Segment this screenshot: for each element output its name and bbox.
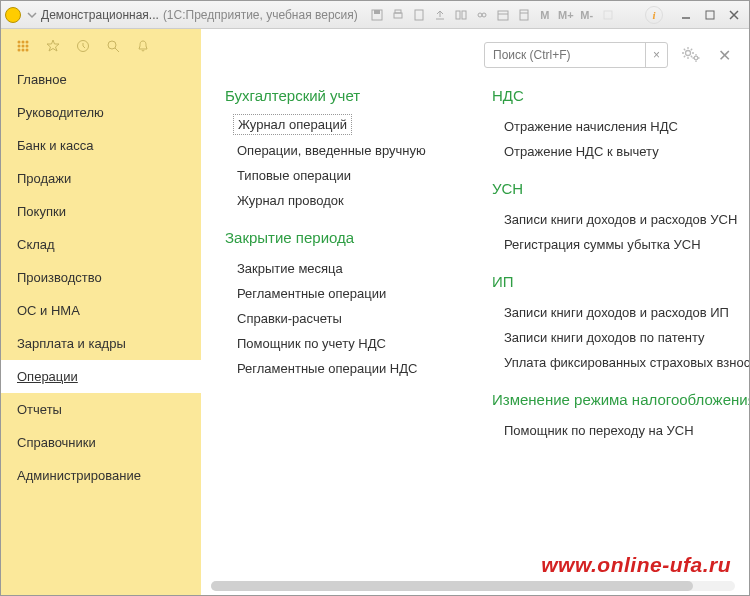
minimize-button[interactable] bbox=[675, 6, 697, 24]
nav-item-label: Зарплата и кадры bbox=[17, 336, 126, 351]
nav-item[interactable]: Склад bbox=[1, 228, 201, 261]
search-icon[interactable] bbox=[105, 38, 121, 54]
bell-icon[interactable] bbox=[135, 38, 151, 54]
svg-rect-5 bbox=[456, 11, 460, 19]
nav-item[interactable]: Банк и касса bbox=[1, 129, 201, 162]
column-right: НДСОтражение начисления НДСОтражение НДС… bbox=[492, 87, 729, 443]
memory-m-button[interactable]: M bbox=[536, 6, 554, 24]
menu-link[interactable]: Уплата фиксированных страховых взносов bbox=[492, 350, 729, 375]
sidebar: ГлавноеРуководителюБанк и кассаПродажиПо… bbox=[1, 29, 201, 595]
link-icon[interactable] bbox=[473, 6, 491, 24]
compare-icon[interactable] bbox=[452, 6, 470, 24]
svg-rect-15 bbox=[706, 11, 714, 19]
svg-point-19 bbox=[18, 45, 21, 48]
svg-rect-3 bbox=[395, 10, 401, 13]
menu-link[interactable]: Отражение НДС к вычету bbox=[492, 139, 729, 164]
section-title[interactable]: УСН bbox=[492, 180, 729, 197]
svg-point-18 bbox=[26, 41, 29, 44]
nav-item-label: Склад bbox=[17, 237, 55, 252]
menu-link[interactable]: Операции, введенные вручную bbox=[225, 138, 462, 163]
svg-rect-13 bbox=[604, 11, 612, 19]
nav-item[interactable]: Покупки bbox=[1, 195, 201, 228]
window-subtitle: (1С:Предприятие, учебная версия) bbox=[163, 8, 358, 22]
svg-point-16 bbox=[18, 41, 21, 44]
nav-item-label: ОС и НМА bbox=[17, 303, 80, 318]
print-icon[interactable] bbox=[389, 6, 407, 24]
menu-link[interactable]: Записи книги доходов и расходов УСН bbox=[492, 207, 729, 232]
calendar-icon[interactable] bbox=[494, 6, 512, 24]
menu-link[interactable]: Журнал операций bbox=[233, 114, 352, 135]
menu-link[interactable]: Типовые операции bbox=[225, 163, 462, 188]
nav-item[interactable]: Продажи bbox=[1, 162, 201, 195]
nav-item[interactable]: Справочники bbox=[1, 426, 201, 459]
menu-link[interactable]: Регистрация суммы убытка УСН bbox=[492, 232, 729, 257]
svg-line-27 bbox=[115, 48, 119, 52]
menu-link[interactable]: Журнал проводок bbox=[225, 188, 462, 213]
svg-point-28 bbox=[686, 50, 691, 55]
menu-link[interactable]: Регламентные операции НДС bbox=[225, 356, 462, 381]
svg-rect-1 bbox=[374, 10, 380, 14]
nav-item[interactable]: Зарплата и кадры bbox=[1, 327, 201, 360]
app-logo-icon bbox=[5, 7, 21, 23]
menu-link[interactable]: Записи книги доходов и расходов ИП bbox=[492, 300, 729, 325]
history-icon[interactable] bbox=[75, 38, 91, 54]
nav-item[interactable]: Администрирование bbox=[1, 459, 201, 492]
search-clear-button[interactable]: × bbox=[645, 43, 667, 67]
section-title[interactable]: Изменение режима налогообложения bbox=[492, 391, 729, 408]
gear-icon[interactable] bbox=[676, 45, 706, 66]
nav-item-label: Отчеты bbox=[17, 402, 62, 417]
nav-item[interactable]: Операции bbox=[1, 360, 201, 393]
horizontal-scrollbar[interactable] bbox=[211, 581, 735, 591]
watermark: www.online-ufa.ru bbox=[541, 553, 731, 577]
dropdown-icon[interactable] bbox=[27, 10, 37, 20]
save-icon[interactable] bbox=[368, 6, 386, 24]
sidebar-toolbar bbox=[1, 29, 201, 63]
nav-item-label: Операции bbox=[17, 369, 78, 384]
menu-link[interactable]: Записи книги доходов по патенту bbox=[492, 325, 729, 350]
memory-mplus-button[interactable]: M+ bbox=[557, 6, 575, 24]
panel-close-button[interactable]: ✕ bbox=[714, 46, 735, 65]
menu-link[interactable]: Регламентные операции bbox=[225, 281, 462, 306]
info-icon[interactable]: i bbox=[645, 6, 663, 24]
nav-item[interactable]: Главное bbox=[1, 63, 201, 96]
section-title[interactable]: НДС bbox=[492, 87, 729, 104]
nav-item[interactable]: Руководителю bbox=[1, 96, 201, 129]
close-button[interactable] bbox=[723, 6, 745, 24]
nav-item[interactable]: Отчеты bbox=[1, 393, 201, 426]
svg-point-22 bbox=[18, 49, 21, 52]
star-icon[interactable] bbox=[45, 38, 61, 54]
maximize-button[interactable] bbox=[699, 6, 721, 24]
svg-rect-6 bbox=[462, 11, 466, 19]
nav-list: ГлавноеРуководителюБанк и кассаПродажиПо… bbox=[1, 63, 201, 492]
nav-item-label: Администрирование bbox=[17, 468, 141, 483]
section-title[interactable]: ИП bbox=[492, 273, 729, 290]
svg-point-21 bbox=[26, 45, 29, 48]
menu-link[interactable]: Отражение начисления НДС bbox=[492, 114, 729, 139]
svg-rect-9 bbox=[498, 11, 508, 20]
search-input[interactable] bbox=[485, 48, 645, 62]
search-box: × bbox=[484, 42, 668, 68]
svg-point-8 bbox=[482, 13, 486, 17]
svg-rect-2 bbox=[394, 13, 402, 18]
menu-link[interactable]: Справки-расчеты bbox=[225, 306, 462, 331]
calc-icon[interactable] bbox=[515, 6, 533, 24]
svg-point-26 bbox=[108, 41, 116, 49]
content-area: Бухгалтерский учетЖурнал операцийОпераци… bbox=[201, 81, 749, 595]
section-title[interactable]: Бухгалтерский учет bbox=[225, 87, 462, 104]
sep-icon bbox=[599, 6, 617, 24]
menu-link[interactable]: Помощник по учету НДС bbox=[225, 331, 462, 356]
menu-link[interactable]: Закрытие месяца bbox=[225, 256, 462, 281]
nav-item-label: Продажи bbox=[17, 171, 71, 186]
svg-point-7 bbox=[478, 13, 482, 17]
nav-item[interactable]: Производство bbox=[1, 261, 201, 294]
svg-rect-11 bbox=[520, 10, 528, 20]
menu-link[interactable]: Помощник по переходу на УСН bbox=[492, 418, 729, 443]
section-title[interactable]: Закрытие периода bbox=[225, 229, 462, 246]
nav-item-label: Главное bbox=[17, 72, 67, 87]
memory-mminus-button[interactable]: M- bbox=[578, 6, 596, 24]
doc-icon[interactable] bbox=[410, 6, 428, 24]
apps-icon[interactable] bbox=[15, 38, 31, 54]
column-left: Бухгалтерский учетЖурнал операцийОпераци… bbox=[225, 87, 462, 443]
nav-item[interactable]: ОС и НМА bbox=[1, 294, 201, 327]
upload-icon[interactable] bbox=[431, 6, 449, 24]
